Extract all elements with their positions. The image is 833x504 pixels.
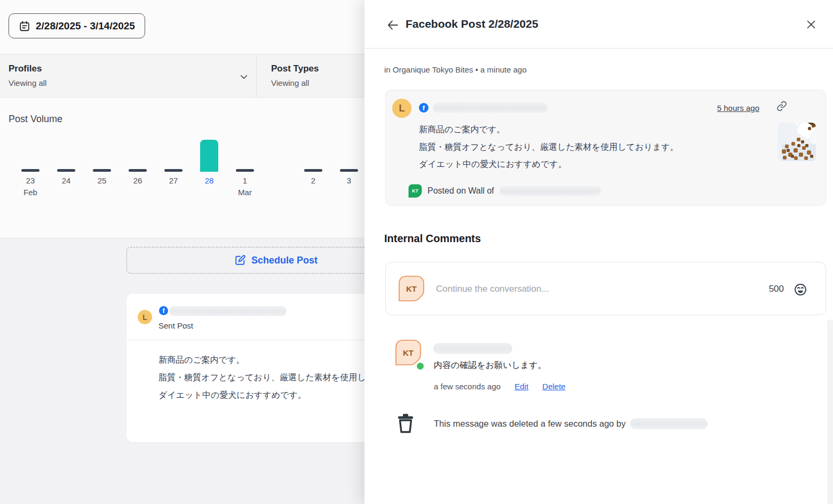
zero-volume-dash: [21, 169, 39, 172]
zero-volume-dash: [236, 169, 254, 172]
chart-day-label: 3: [340, 176, 358, 185]
profiles-value: Viewing all: [9, 78, 46, 87]
redacted-deleter-name: [630, 418, 708, 429]
sent-post-status: Sent Post: [158, 321, 193, 330]
post-footer: KT Posted on Wall of: [408, 184, 601, 198]
assignee-badge: KT: [408, 184, 422, 198]
zero-volume-dash: [164, 169, 183, 172]
facebook-icon: f: [159, 306, 168, 315]
chart-day-label: 25: [93, 176, 111, 185]
redacted-page-name: [433, 102, 548, 113]
assignee-badge-initials: KT: [408, 184, 422, 198]
redacted-page-name: [169, 306, 287, 316]
chart-day-label: 27: [164, 176, 183, 185]
zero-volume-dash: [57, 169, 75, 172]
post-volume-bar[interactable]: [200, 140, 218, 172]
calendar-icon: [19, 20, 30, 32]
edit-comment-link[interactable]: Edit: [514, 382, 528, 391]
online-status-dot: [417, 363, 424, 370]
filter-divider: [256, 54, 257, 97]
current-user-avatar: KT: [399, 276, 424, 301]
post-types-filter[interactable]: Post Types Viewing all: [271, 54, 319, 97]
author-avatar: L: [138, 310, 152, 324]
post-detail-drawer: Facebook Post 2/28/2025 in Organique Tok…: [364, 0, 833, 504]
post-image-thumbnail[interactable]: [778, 123, 816, 161]
chart-day-label: 26: [129, 176, 147, 185]
date-range-button[interactable]: 2/28/2025 - 3/14/2025: [9, 13, 145, 38]
chevron-down-icon[interactable]: [239, 72, 249, 82]
chart-day-label: 2: [304, 176, 322, 185]
redacted-commenter-name: [433, 343, 512, 354]
app-window: 2/28/2025 - 3/14/2025 Profiles Viewing a…: [0, 0, 833, 504]
post-types-value: Viewing all: [271, 78, 319, 87]
scrollbar-track[interactable]: [828, 320, 833, 504]
redacted-wall-name: [499, 186, 601, 196]
chart-day-label: 23: [21, 176, 39, 185]
profiles-label: Profiles: [9, 63, 46, 74]
char-counter: 500: [769, 284, 784, 294]
internal-comments-heading: Internal Comments: [384, 233, 481, 245]
drawer-title: Facebook Post 2/28/2025: [406, 18, 538, 30]
comment-input-box[interactable]: KT 500: [385, 262, 826, 315]
post-meta-line: in Organique Tokyo Bites • a minute ago: [384, 65, 527, 74]
commenter-avatar: KT: [395, 340, 421, 365]
deleted-message-row: This message was deleted a few seconds a…: [398, 414, 708, 433]
comment-text: 内容の確認をお願いします。: [434, 360, 546, 371]
schedule-post-label: Schedule Post: [251, 255, 318, 266]
trash-icon: [398, 414, 414, 433]
commenter-initials: KT: [395, 340, 421, 365]
post-time-link[interactable]: 5 hours ago: [717, 103, 759, 113]
post-preview-card: L f 5 hours ago 新商品のご案内です。 脂質・糖質オフとなっており…: [385, 90, 826, 206]
zero-volume-dash: [129, 169, 147, 172]
post-text-line: 新商品のご案内です。: [419, 121, 678, 139]
chart-month-label: Mar: [236, 188, 254, 197]
post-text-line: ダイエット中の愛犬におすすめです。: [419, 156, 678, 173]
date-range-label: 2/28/2025 - 3/14/2025: [36, 20, 135, 32]
drawer-header: Facebook Post 2/28/2025: [364, 0, 833, 49]
author-avatar: L: [392, 99, 411, 118]
compose-icon: [234, 254, 246, 266]
facebook-icon: f: [419, 103, 429, 113]
comment-input[interactable]: [435, 262, 715, 316]
zero-volume-dash: [340, 169, 358, 172]
chart-day-label: 24: [57, 176, 75, 185]
posted-on-wall-text: Posted on Wall of: [427, 186, 494, 196]
post-body: 新商品のご案内です。 脂質・糖質オフとなっており、厳選した素材を使用しております…: [419, 121, 678, 173]
chart-day-label: 1: [236, 176, 254, 185]
delete-comment-link[interactable]: Delete: [542, 382, 565, 391]
back-arrow-icon[interactable]: [386, 18, 400, 32]
deleted-message-text: This message was deleted a few seconds a…: [434, 419, 626, 429]
comment-meta: a few seconds ago Edit Delete: [434, 382, 566, 391]
profiles-filter[interactable]: Profiles Viewing all: [9, 54, 46, 97]
chart-month-label: Feb: [21, 188, 39, 197]
emoji-picker-icon[interactable]: [794, 283, 807, 297]
comment-timestamp: a few seconds ago: [434, 382, 501, 391]
zero-volume-dash: [304, 169, 322, 172]
permalink-icon[interactable]: [776, 101, 787, 111]
close-icon[interactable]: [805, 19, 817, 30]
zero-volume-dash: [93, 169, 111, 172]
post-text-line: 脂質・糖質オフとなっており、厳選した素材を使用しております。: [419, 139, 678, 156]
current-user-initials: KT: [399, 276, 424, 301]
post-types-label: Post Types: [271, 63, 319, 74]
chart-day-label: 28: [200, 176, 218, 185]
